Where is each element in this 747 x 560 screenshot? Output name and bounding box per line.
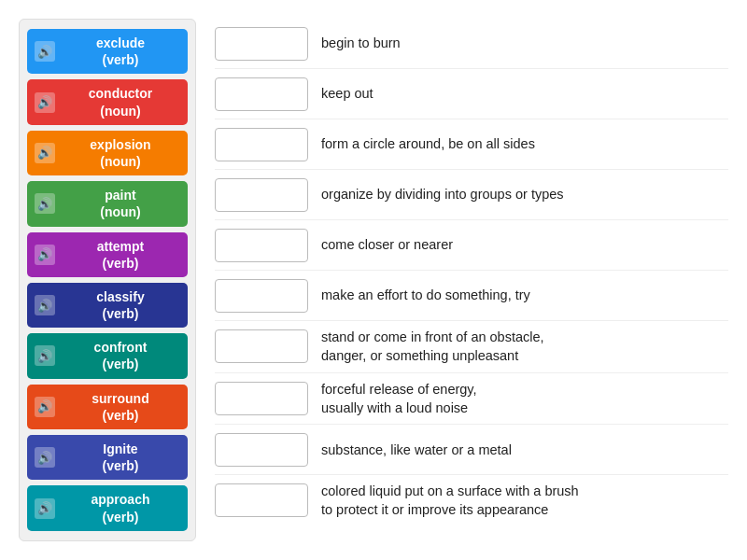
answer-box-4[interactable] bbox=[215, 178, 308, 212]
definitions-panel: begin to burnkeep outform a circle aroun… bbox=[215, 19, 728, 541]
match-row-3: form a circle around, be on all sides bbox=[215, 119, 728, 170]
match-row-6: make an effort to do something, try bbox=[215, 271, 728, 321]
answer-box-10[interactable] bbox=[215, 483, 308, 517]
definition-text-8: forceful release of energy,usually with … bbox=[321, 380, 477, 418]
match-row-2: keep out bbox=[215, 69, 728, 119]
match-row-9: substance, like water or a metal bbox=[215, 425, 728, 475]
word-btn-paint[interactable]: 🔊paint(noun) bbox=[27, 181, 188, 226]
speaker-icon-confront: 🔊 bbox=[35, 345, 55, 366]
word-label-paint: paint(noun) bbox=[61, 187, 180, 220]
word-btn-approach[interactable]: 🔊approach(verb) bbox=[27, 485, 188, 530]
word-label-explosion: explosion(noun) bbox=[61, 136, 180, 170]
speaker-icon-surround: 🔊 bbox=[35, 397, 55, 417]
word-btn-explosion[interactable]: 🔊explosion(noun) bbox=[27, 131, 188, 175]
speaker-icon-attempt: 🔊 bbox=[35, 245, 55, 265]
match-row-8: forceful release of energy,usually with … bbox=[215, 373, 728, 426]
answer-box-2[interactable] bbox=[215, 77, 308, 111]
speaker-icon-conductor: 🔊 bbox=[35, 92, 55, 113]
match-row-7: stand or come in front of an obstacle,da… bbox=[215, 321, 728, 373]
word-label-confront: confront(verb) bbox=[61, 339, 180, 372]
definition-text-10: colored liquid put on a surface with a b… bbox=[321, 482, 579, 520]
word-label-exclude: exclude(verb) bbox=[61, 35, 180, 68]
definition-text-7: stand or come in front of an obstacle,da… bbox=[321, 328, 544, 366]
word-label-attempt: attempt(verb) bbox=[61, 238, 180, 272]
word-btn-confront[interactable]: 🔊confront(verb) bbox=[27, 333, 188, 378]
answer-box-5[interactable] bbox=[215, 229, 308, 262]
word-btn-ignite[interactable]: 🔊Ignite(verb) bbox=[27, 435, 188, 480]
definition-text-5: come closer or nearer bbox=[321, 235, 453, 254]
word-btn-exclude[interactable]: 🔊exclude(verb) bbox=[27, 29, 188, 74]
answer-box-9[interactable] bbox=[215, 433, 308, 467]
speaker-icon-approach: 🔊 bbox=[35, 498, 55, 519]
word-btn-surround[interactable]: 🔊surround(verb) bbox=[27, 385, 188, 429]
definition-text-2: keep out bbox=[321, 84, 374, 103]
match-row-4: organize by dividing into groups or type… bbox=[215, 170, 728, 220]
word-label-approach: approach(verb) bbox=[61, 491, 180, 525]
answer-box-8[interactable] bbox=[215, 382, 308, 415]
words-panel: 🔊exclude(verb)🔊conductor(noun)🔊explosion… bbox=[19, 19, 196, 541]
definition-text-4: organize by dividing into groups or type… bbox=[321, 185, 564, 203]
definition-text-6: make an effort to do something, try bbox=[321, 286, 530, 304]
speaker-icon-explosion: 🔊 bbox=[35, 143, 55, 163]
word-label-classify: classify(verb) bbox=[61, 288, 180, 322]
speaker-icon-classify: 🔊 bbox=[35, 295, 55, 315]
answer-box-7[interactable] bbox=[215, 329, 308, 363]
answer-box-1[interactable] bbox=[215, 27, 308, 61]
match-row-5: come closer or nearer bbox=[215, 220, 728, 271]
word-label-ignite: Ignite(verb) bbox=[61, 441, 180, 474]
word-btn-attempt[interactable]: 🔊attempt(verb) bbox=[27, 232, 188, 277]
match-row-10: colored liquid put on a surface with a b… bbox=[215, 475, 728, 526]
word-btn-classify[interactable]: 🔊classify(verb) bbox=[27, 283, 188, 328]
match-row-1: begin to burn bbox=[215, 19, 728, 69]
speaker-icon-ignite: 🔊 bbox=[35, 447, 55, 468]
main-container: 🔊exclude(verb)🔊conductor(noun)🔊explosion… bbox=[19, 19, 728, 541]
answer-box-3[interactable] bbox=[215, 128, 308, 161]
speaker-icon-paint: 🔊 bbox=[35, 193, 55, 214]
word-btn-conductor[interactable]: 🔊conductor(noun) bbox=[27, 79, 188, 124]
definition-text-9: substance, like water or a metal bbox=[321, 441, 512, 459]
word-label-surround: surround(verb) bbox=[61, 390, 180, 424]
speaker-icon-exclude: 🔊 bbox=[35, 41, 55, 62]
definition-text-1: begin to burn bbox=[321, 34, 401, 52]
answer-box-6[interactable] bbox=[215, 279, 308, 313]
definition-text-3: form a circle around, be on all sides bbox=[321, 134, 535, 153]
word-label-conductor: conductor(noun) bbox=[61, 85, 180, 119]
